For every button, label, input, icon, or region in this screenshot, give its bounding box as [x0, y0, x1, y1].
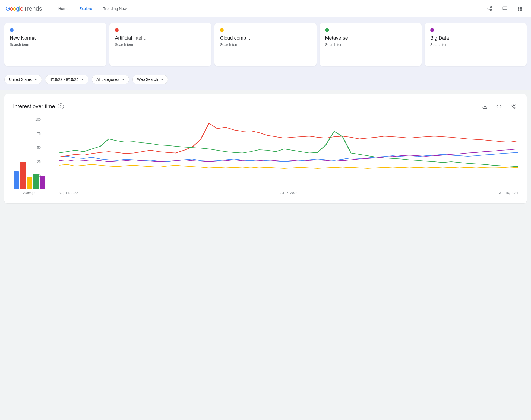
x-label-jul2023: Jul 16, 2023 [280, 191, 297, 195]
filters-section: United States 8/19/22 - 9/19/24 All cate… [0, 72, 531, 90]
line-chart-wrapper: 100 75 50 25 0 [46, 118, 518, 195]
term-type-new-normal: Search term [10, 43, 101, 47]
y-label-100: 100 [35, 118, 41, 122]
nav-item-trending-now[interactable]: Trending Now [98, 0, 132, 17]
term-name-new-normal: New Normal [10, 35, 101, 41]
bar-metaverse [33, 174, 39, 189]
svg-rect-17 [521, 9, 522, 11]
interest-over-time-card: Interest over time ? [4, 94, 527, 203]
share-chart-button[interactable] [508, 101, 518, 111]
category-chevron-down-icon [122, 79, 125, 80]
help-icon[interactable]: ? [58, 103, 64, 109]
svg-rect-12 [518, 8, 519, 9]
search-term-card-artificial-intel[interactable]: Artificial intel ... Search term [109, 23, 211, 66]
search-term-card-cloud-comp[interactable]: Cloud comp ... Search term [214, 23, 316, 66]
feedback-button[interactable] [500, 3, 510, 14]
bar-chart-bars [14, 157, 45, 189]
chart-header: Interest over time ? [13, 101, 518, 111]
chart-area: Average 100 75 50 25 0 [13, 118, 518, 195]
term-dot-metaverse [325, 28, 329, 32]
filters-row: United States 8/19/22 - 9/19/24 All cate… [4, 75, 527, 84]
help-icon-label: ? [60, 104, 62, 109]
location-filter-label: United States [9, 77, 32, 82]
bar-artificial-intel [20, 162, 26, 189]
header-actions [484, 3, 526, 14]
chart-title-row: Interest over time ? [13, 103, 64, 110]
term-name-cloud-comp: Cloud comp ... [220, 35, 311, 41]
bar-chart-average: Average [13, 157, 46, 195]
date-filter-label: 8/19/22 - 9/19/24 [50, 77, 78, 82]
term-dot-artificial-intel [115, 28, 119, 32]
chart-title: Interest over time [13, 103, 55, 110]
nav-item-explore[interactable]: Explore [74, 0, 97, 17]
line-cloud-comp [59, 164, 518, 168]
y-label-75: 75 [35, 132, 41, 136]
search-type-filter-label: Web Search [137, 77, 158, 82]
share-button[interactable] [484, 3, 495, 14]
bar-new-normal [14, 171, 19, 189]
x-label-jun2024: Jun 16, 2024 [499, 191, 518, 195]
x-label-aug2022: Aug 14, 2022 [59, 191, 78, 195]
svg-line-4 [489, 7, 491, 8]
line-big-data [59, 149, 518, 162]
logo[interactable]: Google Trends [5, 5, 42, 12]
search-term-card-new-normal[interactable]: New Normal Search term [4, 23, 106, 66]
main-content: Interest over time ? [0, 90, 531, 208]
category-filter[interactable]: All categories [92, 75, 129, 84]
date-chevron-down-icon [81, 79, 84, 80]
svg-line-3 [489, 9, 491, 10]
term-dot-cloud-comp [220, 28, 224, 32]
term-type-big-data: Search term [430, 43, 521, 47]
search-term-card-big-data[interactable]: Big Data Search term [425, 23, 527, 66]
logo-trends-text: Trends [24, 5, 42, 12]
search-type-chevron-down-icon [161, 79, 163, 80]
term-name-artificial-intel: Artificial intel ... [115, 35, 206, 41]
bar-cloud-comp [27, 177, 32, 189]
location-filter[interactable]: United States [4, 75, 42, 84]
svg-line-23 [512, 105, 514, 106]
search-term-card-metaverse[interactable]: Metaverse Search term [320, 23, 422, 66]
nav-item-home[interactable]: Home [53, 0, 74, 17]
svg-rect-11 [521, 7, 522, 8]
term-name-metaverse: Metaverse [325, 35, 416, 41]
date-filter[interactable]: 8/19/22 - 9/19/24 [45, 75, 88, 84]
bar-average-label: Average [23, 191, 35, 195]
svg-rect-14 [521, 8, 522, 9]
term-dot-big-data [430, 28, 434, 32]
term-dot-new-normal [10, 28, 14, 32]
svg-rect-16 [520, 9, 521, 11]
svg-rect-9 [518, 7, 519, 8]
header: Google Trends Home Explore Trending Now [0, 0, 531, 17]
line-artificial-intel [59, 123, 518, 157]
term-type-metaverse: Search term [325, 43, 416, 47]
location-chevron-down-icon [34, 79, 37, 80]
svg-rect-10 [520, 7, 521, 8]
search-type-filter[interactable]: Web Search [132, 75, 168, 84]
download-button[interactable] [480, 101, 490, 111]
category-filter-label: All categories [96, 77, 119, 82]
svg-rect-15 [518, 9, 519, 11]
y-label-50: 50 [35, 146, 41, 149]
embed-button[interactable] [494, 101, 504, 111]
bar-big-data [40, 176, 45, 189]
svg-line-22 [512, 107, 514, 107]
search-terms-section: New Normal Search term Artificial intel … [0, 17, 531, 72]
apps-button[interactable] [515, 3, 526, 14]
main-nav: Home Explore Trending Now [53, 0, 484, 17]
term-name-big-data: Big Data [430, 35, 521, 41]
line-chart-svg [59, 118, 518, 188]
svg-rect-13 [520, 8, 521, 9]
chart-actions [480, 101, 518, 111]
x-axis-labels: Aug 14, 2022 Jul 16, 2023 Jun 16, 2024 [59, 189, 518, 195]
search-terms-grid: New Normal Search term Artificial intel … [4, 23, 527, 66]
term-type-artificial-intel: Search term [115, 43, 206, 47]
term-type-cloud-comp: Search term [220, 43, 311, 47]
logo-google-text: Google [5, 5, 23, 12]
